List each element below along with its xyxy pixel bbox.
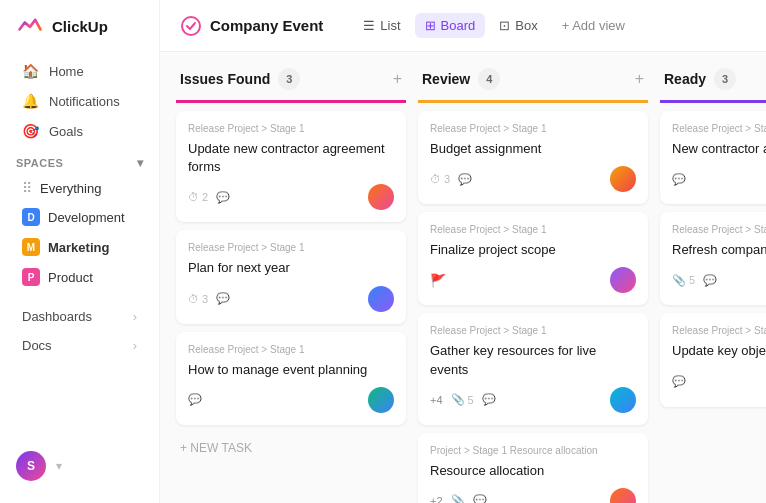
sidebar-item-marketing[interactable]: M Marketing	[6, 232, 153, 262]
column-title-group: Ready 3	[664, 68, 736, 90]
attachment-count: 5	[468, 394, 474, 406]
attachment-count: 5	[689, 274, 695, 286]
sidebar-item-docs[interactable]: Docs ›	[6, 331, 153, 360]
comment-icon: 💬	[703, 274, 717, 287]
card-title: Update new contractor agreement forms	[188, 140, 394, 176]
card-c1[interactable]: Release Project > Stage 1 Update new con…	[176, 111, 406, 222]
card-title: Gather key resources for live events	[430, 342, 636, 378]
meta-comment: 💬	[216, 191, 230, 204]
app-logo: ClickUp	[0, 12, 159, 56]
event-icon	[180, 15, 202, 37]
card-rd3[interactable]: Release Project > Stage 1 Update key obj…	[660, 313, 766, 406]
grid-icon: ⠿	[22, 180, 32, 196]
comment-icon: 💬	[473, 494, 487, 503]
column-header-issues: Issues Found 3 +	[176, 68, 406, 103]
flag-icon: 🚩	[430, 273, 446, 288]
meta-value: 3	[202, 293, 208, 305]
comment-icon: 💬	[458, 173, 472, 186]
card-meta: 💬	[672, 173, 686, 186]
page-header: Company Event ☰ List ⊞ Board ⊡ Box + Add…	[160, 0, 766, 52]
meta-comment: 💬	[703, 274, 717, 287]
card-rd1[interactable]: Release Project > Stage 1 New contractor…	[660, 111, 766, 204]
column-ready-title: Ready	[664, 71, 706, 87]
column-review-add-icon[interactable]: +	[635, 70, 644, 88]
sidebar-item-everything[interactable]: ⠿ Everything	[6, 174, 153, 202]
timer-icon: ⏱	[188, 191, 199, 203]
card-c3[interactable]: Release Project > Stage 1 How to manage …	[176, 332, 406, 425]
card-r4[interactable]: Project > Stage 1 Resource allocation Re…	[418, 433, 648, 503]
card-title: Finalize project scope	[430, 241, 636, 259]
card-footer: ⏱ 3 💬	[430, 166, 636, 192]
nav-board[interactable]: ⊞ Board	[415, 13, 486, 38]
card-meta: ⏱ 3 💬	[430, 173, 472, 186]
header-title-text: Company Event	[210, 17, 323, 34]
meta-extra-count: +4	[430, 394, 443, 406]
attachment-icon: 📎	[451, 494, 465, 503]
card-meta: +4 📎 5 💬	[430, 393, 496, 406]
sidebar-item-product[interactable]: P Product	[6, 262, 153, 292]
card-breadcrumb: Release Project > Stage 1	[672, 123, 766, 134]
card-footer: ⏱ 2 💬	[188, 184, 394, 210]
new-task-button[interactable]: + NEW TASK	[176, 433, 406, 463]
dashboards-chevron-icon: ›	[133, 309, 137, 324]
meta-attachment: 📎 5	[451, 393, 474, 406]
user-menu[interactable]: S ▾	[0, 441, 159, 491]
card-breadcrumb: Project > Stage 1 Resource allocation	[430, 445, 636, 456]
space-everything-label: Everything	[40, 181, 101, 196]
space-marketing-label: Marketing	[48, 240, 109, 255]
comment-icon: 💬	[216, 191, 230, 204]
nav-box[interactable]: ⊡ Box	[489, 13, 547, 38]
main-content: Company Event ☰ List ⊞ Board ⊡ Box + Add…	[160, 0, 766, 503]
bell-icon: 🔔	[22, 93, 39, 109]
goals-icon: 🎯	[22, 123, 39, 139]
sidebar-item-dashboards[interactable]: Dashboards ›	[6, 302, 153, 331]
card-footer: 💬	[672, 166, 766, 192]
dashboards-label: Dashboards	[22, 309, 92, 324]
column-review-title: Review	[422, 71, 470, 87]
dev-dot: D	[22, 208, 40, 226]
board-icon: ⊞	[425, 18, 436, 33]
space-product-label: Product	[48, 270, 93, 285]
page-title: Company Event	[180, 15, 323, 37]
card-rd2[interactable]: Release Project > Stage 1 Refresh compan…	[660, 212, 766, 305]
add-view-button[interactable]: + Add view	[552, 13, 635, 38]
user-chevron-icon: ▾	[56, 459, 62, 473]
sidebar-nav-home[interactable]: 🏠 Home	[6, 56, 153, 86]
card-title: Plan for next year	[188, 259, 394, 277]
nav-list[interactable]: ☰ List	[353, 13, 410, 38]
card-r3[interactable]: Release Project > Stage 1 Gather key res…	[418, 313, 648, 424]
column-title-group: Issues Found 3	[180, 68, 300, 90]
card-r1[interactable]: Release Project > Stage 1 Budget assignm…	[418, 111, 648, 204]
comment-icon: 💬	[482, 393, 496, 406]
column-ready-count: 3	[714, 68, 736, 90]
sidebar-nav-notifications[interactable]: 🔔 Notifications	[6, 86, 153, 116]
docs-label: Docs	[22, 338, 52, 353]
meta-attachment: 📎	[451, 494, 465, 503]
list-label: List	[380, 18, 400, 33]
card-c2[interactable]: Release Project > Stage 1 Plan for next …	[176, 230, 406, 323]
card-meta: ⏱ 3 💬	[188, 292, 230, 305]
column-issues-title: Issues Found	[180, 71, 270, 87]
comment-icon: 💬	[216, 292, 230, 305]
board-container: Issues Found 3 + Release Project > Stage…	[160, 52, 766, 503]
meta-comment: 💬	[473, 494, 487, 503]
column-issues-add-icon[interactable]: +	[393, 70, 402, 88]
card-footer: +4 📎 5 💬	[430, 387, 636, 413]
meta-comment: 💬	[216, 292, 230, 305]
column-ready: Ready 3 Release Project > Stage 1 New co…	[660, 68, 766, 415]
meta-attachment: 📎 5	[672, 274, 695, 287]
avatar	[368, 387, 394, 413]
card-title: Update key objectives	[672, 342, 766, 360]
card-breadcrumb: Release Project > Stage 1	[430, 224, 636, 235]
comment-icon: 💬	[672, 375, 686, 388]
sidebar-item-development[interactable]: D Development	[6, 202, 153, 232]
avatar	[610, 267, 636, 293]
card-title: Refresh company website	[672, 241, 766, 259]
meta-comment: 💬	[458, 173, 472, 186]
sidebar-nav-goals[interactable]: 🎯 Goals	[6, 116, 153, 146]
card-breadcrumb: Release Project > Stage 1	[430, 123, 636, 134]
spaces-header: Spaces ▾	[0, 146, 159, 174]
column-review: Review 4 + Release Project > Stage 1 Bud…	[418, 68, 648, 503]
card-r2[interactable]: Release Project > Stage 1 Finalize proje…	[418, 212, 648, 305]
card-title: How to manage event planning	[188, 361, 394, 379]
